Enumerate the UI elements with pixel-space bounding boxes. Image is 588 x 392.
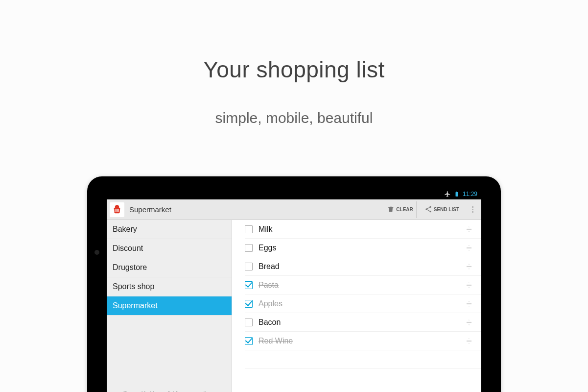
item-label: Pasta: [259, 281, 457, 290]
list-item[interactable]: Bread: [245, 257, 481, 276]
checkbox[interactable]: [245, 263, 253, 270]
airplane-mode-icon: [444, 191, 451, 197]
share-icon: [424, 205, 432, 214]
drag-handle-icon[interactable]: [457, 319, 481, 326]
send-list-button[interactable]: SEND LIST: [422, 201, 462, 218]
clear-button[interactable]: CLEAR: [384, 201, 416, 218]
action-bar: Supermarket CLEAR SEND LIST: [107, 199, 481, 220]
checkbox[interactable]: [245, 300, 253, 308]
drag-handle-icon[interactable]: [457, 245, 481, 251]
drag-handle-icon[interactable]: [457, 263, 481, 270]
empty-row: [245, 350, 481, 369]
item-label: Milk: [259, 225, 457, 234]
checkbox[interactable]: [245, 337, 253, 345]
checkbox[interactable]: [245, 318, 253, 326]
status-clock: 11:29: [463, 191, 477, 197]
list-item[interactable]: Red Wine: [245, 332, 481, 350]
svg-rect-2: [117, 209, 118, 212]
overflow-menu-button[interactable]: [467, 203, 478, 216]
item-label: Bacon: [259, 318, 457, 327]
svg-rect-3: [118, 209, 118, 212]
marketing-headline: Your shopping list: [0, 56, 588, 83]
action-bar-title: Supermarket: [129, 205, 379, 214]
marketing-subhead: simple, mobile, beautiful: [0, 110, 588, 126]
item-label: Apples: [259, 299, 457, 308]
sidebar-hint: Tap and hold on a list for more options: [107, 385, 232, 392]
camera-dot: [94, 250, 99, 255]
sidebar-item[interactable]: Bakery: [107, 220, 232, 239]
svg-rect-0: [115, 209, 115, 212]
drag-handle-icon[interactable]: [457, 282, 481, 289]
checkbox[interactable]: [245, 225, 253, 233]
list-item[interactable]: Bacon: [245, 313, 481, 332]
list-item[interactable]: Eggs: [245, 239, 481, 257]
sidebar: BakeryDiscountDrugstoreSports shopSuperm…: [107, 220, 232, 392]
list-item[interactable]: Apples: [245, 294, 481, 313]
list-item[interactable]: Pasta: [245, 276, 481, 294]
app-icon: [110, 202, 124, 217]
sidebar-item[interactable]: Discount: [107, 239, 232, 258]
list-item[interactable]: Milk: [245, 220, 481, 239]
item-label: Red Wine: [259, 337, 457, 345]
item-label: Bread: [259, 262, 457, 271]
tablet-frame: 11:29 Supermarket CLEAR SEND LIST: [87, 176, 501, 392]
clear-button-label: CLEAR: [396, 207, 413, 212]
drag-handle-icon[interactable]: [457, 338, 481, 344]
battery-icon: [454, 191, 460, 197]
item-label: Eggs: [259, 244, 457, 252]
sidebar-item[interactable]: Supermarket: [107, 296, 232, 316]
svg-rect-1: [116, 209, 117, 212]
send-list-label: SEND LIST: [434, 207, 459, 212]
drag-handle-icon[interactable]: [457, 226, 481, 233]
tablet-screen: 11:29 Supermarket CLEAR SEND LIST: [107, 189, 481, 392]
checkbox[interactable]: [245, 244, 253, 252]
trash-icon: [387, 205, 395, 214]
main-panel: MilkEggsBreadPastaApplesBaconRed Wine +: [232, 220, 481, 392]
status-bar: 11:29: [107, 189, 481, 199]
drag-handle-icon[interactable]: [457, 300, 481, 307]
checkbox[interactable]: [245, 281, 253, 289]
sidebar-item[interactable]: Sports shop: [107, 277, 232, 296]
sidebar-item[interactable]: Drugstore: [107, 258, 232, 277]
